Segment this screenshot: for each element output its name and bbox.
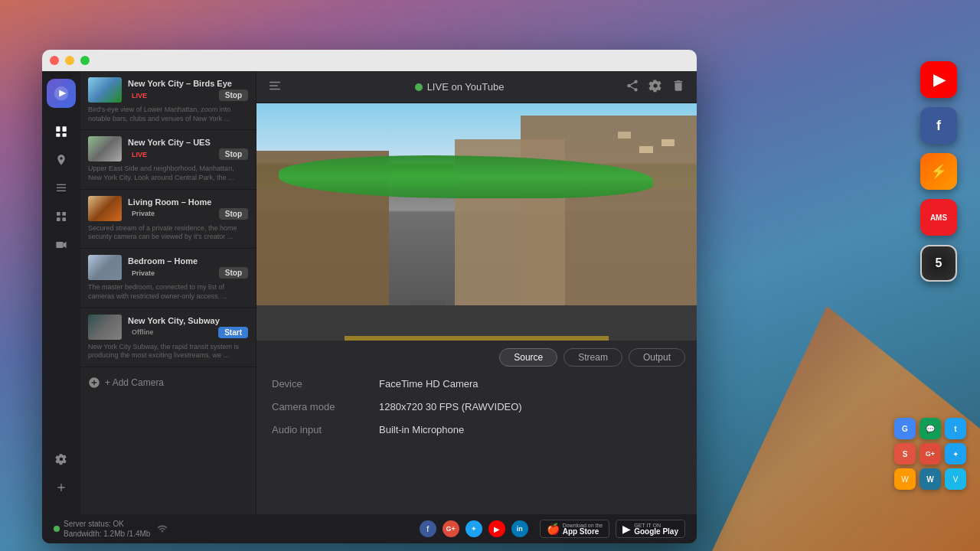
dock-bolt-icon[interactable]: ⚡ — [920, 153, 957, 190]
sidebar-icon-video[interactable] — [49, 233, 74, 257]
svg-rect-4 — [56, 133, 60, 137]
camera-status-row-ues: LIVE Stop — [128, 148, 248, 160]
camera-thumbnail-living — [88, 196, 122, 221]
tab-stream[interactable]: Stream — [564, 348, 622, 367]
youtube-social-icon[interactable]: ▶ — [488, 520, 505, 537]
tabs-row: Source Stream Output — [256, 341, 697, 367]
svg-rect-6 — [57, 184, 66, 185]
dock-ams-label: AMS — [930, 214, 947, 222]
camera-list: New York City – Birds Eye LIVE Stop Bird… — [80, 71, 256, 543]
twitter-social-icon[interactable]: ✦ — [466, 520, 482, 537]
add-camera-button[interactable]: + Add Camera — [80, 367, 256, 398]
tab-output[interactable]: Output — [629, 348, 685, 367]
dock-fb-label: f — [936, 118, 941, 134]
sidebar-icon-grid[interactable] — [49, 204, 74, 229]
camera-name-bedroom: Bedroom – Home — [128, 256, 248, 266]
settings-icon[interactable] — [648, 79, 662, 96]
small-tweet-icon[interactable]: ✦ — [945, 443, 966, 465]
sidebar-icon-location[interactable] — [49, 148, 74, 172]
dock-yt-label: ▶ — [933, 70, 945, 89]
camera-thumbnail-nyc-birds — [88, 77, 122, 103]
svg-rect-7 — [57, 187, 66, 188]
status-ok-label: Server status: OK — [64, 519, 150, 529]
small-wt-icon[interactable]: W — [894, 468, 916, 490]
bandwidth-label: Bandwidth: 1.2Mb /1.4Mb — [64, 529, 150, 539]
camera-desc-nyc-ues: Upper East Side and neighborhood, Manhat… — [88, 165, 248, 182]
maximize-button[interactable] — [80, 56, 90, 65]
dock-youtube-icon[interactable]: ▶ — [920, 61, 957, 98]
svg-rect-17 — [270, 88, 280, 90]
camera-item-header: New York City – Birds Eye LIVE Stop — [88, 77, 248, 103]
minimize-button[interactable] — [65, 56, 74, 65]
camera-item-subway[interactable]: New York City, Subway Offline Start New … — [80, 308, 256, 367]
googleplay-badge[interactable]: ▶ GET IT ON Google Play — [616, 520, 685, 538]
footer: Server status: OK Bandwidth: 1.2Mb /1.4M… — [42, 514, 697, 543]
device-row: Device FaceTime HD Camera — [272, 378, 681, 390]
camera-item-header-living: Living Room – Home Private Stop — [88, 196, 248, 221]
linkedin-social-icon[interactable]: in — [511, 520, 528, 537]
svg-rect-11 — [57, 217, 60, 221]
facebook-social-icon[interactable]: f — [420, 520, 436, 537]
camera-item-header-bedroom: Bedroom – Home Private Stop — [88, 255, 248, 280]
camera-item-header-ues: New York City – UES LIVE Stop — [88, 136, 248, 161]
camera-item-bedroom[interactable]: Bedroom – Home Private Stop The master b… — [80, 249, 256, 308]
audio-input-row: Audio input Built-in Microphone — [272, 424, 681, 435]
small-vimeo-icon[interactable]: V — [945, 468, 966, 490]
camera-name-nyc-birds: New York City – Birds Eye — [128, 79, 248, 88]
sidebar-icon-plus[interactable] — [49, 475, 74, 500]
top-bar: LIVE on YouTube — [256, 71, 697, 103]
app-logo[interactable] — [47, 79, 76, 108]
apple-icon: 🍎 — [547, 523, 560, 535]
camera-desc-living: Secured stream of a private residence, t… — [88, 224, 248, 242]
camera-name-nyc-ues: New York City – UES — [128, 138, 248, 147]
google-plus-social-icon[interactable]: G+ — [443, 520, 459, 537]
stop-button-bedroom[interactable]: Stop — [219, 267, 248, 279]
small-s-icon[interactable]: S — [894, 443, 916, 465]
bottom-section: Source Stream Output Device FaceTime HD … — [256, 341, 697, 543]
camera-info-subway: New York City, Subway Offline Start — [128, 316, 248, 338]
camera-mode-value: 980x551 30 FPS (RAWVIDEO) — [379, 401, 522, 412]
sidebar-icon-list[interactable] — [49, 176, 74, 201]
stop-button-living[interactable]: Stop — [219, 208, 248, 220]
small-twitter-icon[interactable]: t — [945, 418, 966, 439]
tab-source[interactable]: Source — [499, 348, 557, 367]
small-google-icon[interactable]: G — [894, 418, 916, 439]
camera-item-living-room[interactable]: Living Room – Home Private Stop Secured … — [80, 190, 256, 249]
small-gplus-icon[interactable]: G+ — [920, 443, 941, 465]
footer-social-icons: f G+ ✦ ▶ in — [420, 520, 528, 537]
stop-button-nyc-ues[interactable]: Stop — [219, 148, 248, 160]
street-scene — [256, 103, 697, 341]
start-button-subway[interactable]: Start — [218, 327, 248, 338]
camera-item-nyc-birds[interactable]: New York City – Birds Eye LIVE Stop Bird… — [80, 71, 256, 130]
dock-five-label: 5 — [936, 256, 942, 270]
live-indicator: LIVE on YouTube — [293, 81, 626, 93]
sidebar-icons — [42, 71, 80, 543]
camera-status-row-subway: Offline Start — [128, 327, 248, 338]
camera-desc-bedroom: The master bedroom, connected to my list… — [88, 283, 248, 301]
app-window: New York City – Birds Eye LIVE Stop Bird… — [42, 50, 697, 543]
sidebar-icon-settings[interactable] — [49, 447, 74, 471]
sidebar-icon-book[interactable] — [49, 119, 74, 144]
close-button[interactable] — [50, 56, 59, 65]
camera-status-row-bedroom: Private Stop — [128, 267, 248, 279]
status-badge-offline-subway: Offline — [128, 328, 158, 337]
stop-button-nyc-birds[interactable]: Stop — [219, 90, 248, 101]
camera-thumbnail-nyc-ues — [88, 136, 122, 161]
small-wp-icon[interactable]: W — [920, 468, 941, 490]
appstore-name: App Store — [563, 528, 603, 536]
server-status-text: Server status: OK Bandwidth: 1.2Mb /1.4M… — [64, 519, 150, 539]
dock-ams-icon[interactable]: AMS — [920, 199, 957, 236]
camera-status-row-living: Private Stop — [128, 208, 248, 220]
menu-icon[interactable] — [268, 79, 282, 96]
dock-five-icon[interactable]: 5 — [920, 245, 957, 282]
store-badges: 🍎 Download on the App Store ▶ GET IT ON … — [540, 520, 685, 538]
server-status: Server status: OK Bandwidth: 1.2Mb /1.4M… — [54, 519, 420, 539]
share-icon[interactable] — [626, 79, 639, 96]
camera-item-nyc-ues[interactable]: New York City – UES LIVE Stop Upper East… — [80, 130, 256, 189]
small-chat-icon[interactable]: 💬 — [920, 418, 941, 439]
trash-icon[interactable] — [671, 79, 685, 96]
camera-info-living: Living Room – Home Private Stop — [128, 197, 248, 220]
svg-rect-9 — [57, 212, 60, 216]
appstore-badge[interactable]: 🍎 Download on the App Store — [540, 520, 610, 538]
dock-facebook-icon[interactable]: f — [920, 107, 957, 144]
